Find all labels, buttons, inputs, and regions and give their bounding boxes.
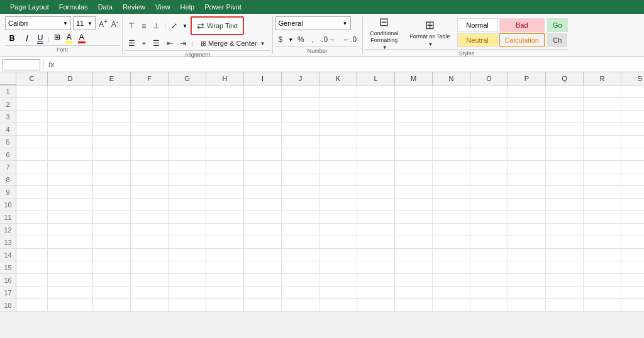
cell-M14[interactable] [395, 249, 433, 261]
cell-G13[interactable] [169, 236, 206, 249]
cell-I2[interactable] [244, 98, 282, 111]
cell-H1[interactable] [206, 85, 244, 98]
cell-Q10[interactable] [546, 199, 584, 211]
col-header-f[interactable]: F [131, 72, 169, 85]
cell-L1[interactable] [357, 85, 395, 98]
align-bottom-button[interactable]: ⊥ [150, 19, 162, 33]
cell-H16[interactable] [206, 274, 244, 286]
cell-O15[interactable] [470, 261, 508, 274]
cell-R2[interactable] [584, 98, 621, 111]
menu-power-pivot[interactable]: Power Pivot [199, 2, 247, 12]
cell-F7[interactable] [131, 161, 169, 173]
cell-J8[interactable] [282, 173, 319, 186]
cell-D11[interactable] [48, 211, 93, 224]
cell-K11[interactable] [319, 211, 357, 224]
cell-H4[interactable] [206, 123, 244, 136]
cell-K4[interactable] [319, 123, 357, 136]
bold-button[interactable]: B [5, 31, 19, 45]
cell-R5[interactable] [584, 136, 621, 148]
cell-D9[interactable] [48, 186, 93, 199]
cell-S3[interactable] [621, 111, 644, 123]
cell-D15[interactable] [48, 261, 93, 274]
cell-R11[interactable] [584, 211, 621, 224]
cell-N12[interactable] [433, 224, 470, 236]
row-number[interactable]: 10 [0, 199, 16, 211]
cell-C14[interactable] [16, 249, 48, 261]
cell-Q14[interactable] [546, 249, 584, 261]
cell-N4[interactable] [433, 123, 470, 136]
cell-P18[interactable] [508, 299, 546, 312]
cell-L18[interactable] [357, 299, 395, 312]
cell-D7[interactable] [48, 161, 93, 173]
cell-K15[interactable] [319, 261, 357, 274]
cell-Q9[interactable] [546, 186, 584, 199]
cell-P8[interactable] [508, 173, 546, 186]
cell-O6[interactable] [470, 148, 508, 161]
cell-D13[interactable] [48, 236, 93, 249]
align-top-button[interactable]: ⊤ [125, 19, 138, 33]
cell-F18[interactable] [131, 299, 169, 312]
cell-E13[interactable] [93, 236, 131, 249]
currency-button[interactable]: $ [275, 33, 286, 46]
row-number[interactable]: 9 [0, 186, 16, 199]
cell-R8[interactable] [584, 173, 621, 186]
cell-S8[interactable] [621, 173, 644, 186]
cell-P13[interactable] [508, 236, 546, 249]
cell-D12[interactable] [48, 224, 93, 236]
cell-S9[interactable] [621, 186, 644, 199]
font-shrink-button[interactable]: A- [110, 18, 119, 29]
cell-I16[interactable] [244, 274, 282, 286]
cell-K13[interactable] [319, 236, 357, 249]
col-header-k[interactable]: K [319, 72, 357, 85]
cell-H6[interactable] [206, 148, 244, 161]
cell-C12[interactable] [16, 224, 48, 236]
cell-G5[interactable] [169, 136, 206, 148]
col-header-j[interactable]: J [282, 72, 319, 85]
merge-center-button[interactable]: ⊞ Merge & Center ▼ [196, 36, 270, 50]
cell-G17[interactable] [169, 286, 206, 299]
cell-S5[interactable] [621, 136, 644, 148]
cell-R9[interactable] [584, 186, 621, 199]
cell-C13[interactable] [16, 236, 48, 249]
cell-P11[interactable] [508, 211, 546, 224]
cell-L15[interactable] [357, 261, 395, 274]
cell-K1[interactable] [319, 85, 357, 98]
menu-help[interactable]: Help [175, 2, 200, 12]
cell-C7[interactable] [16, 161, 48, 173]
format-as-table-button[interactable]: ⊞ Format as Table ▼ [405, 16, 454, 49]
cell-N13[interactable] [433, 236, 470, 249]
cell-S12[interactable] [621, 224, 644, 236]
cell-J15[interactable] [282, 261, 319, 274]
cell-H11[interactable] [206, 211, 244, 224]
cell-E7[interactable] [93, 161, 131, 173]
cell-N8[interactable] [433, 173, 470, 186]
orientation-caret[interactable]: ▼ [182, 23, 187, 29]
cell-P9[interactable] [508, 186, 546, 199]
cell-M6[interactable] [395, 148, 433, 161]
cell-Q15[interactable] [546, 261, 584, 274]
cell-R14[interactable] [584, 249, 621, 261]
cell-F6[interactable] [131, 148, 169, 161]
cell-C17[interactable] [16, 286, 48, 299]
cell-N5[interactable] [433, 136, 470, 148]
style-normal[interactable]: Normal [457, 18, 498, 32]
cell-G8[interactable] [169, 173, 206, 186]
col-header-o[interactable]: O [470, 72, 508, 85]
cell-I3[interactable] [244, 111, 282, 123]
italic-button[interactable]: I [20, 31, 34, 45]
cell-E5[interactable] [93, 136, 131, 148]
cell-D17[interactable] [48, 286, 93, 299]
col-header-h[interactable]: H [206, 72, 244, 85]
formula-input[interactable] [59, 61, 641, 68]
cell-P2[interactable] [508, 98, 546, 111]
cell-H12[interactable] [206, 224, 244, 236]
cell-J3[interactable] [282, 111, 319, 123]
cell-I7[interactable] [244, 161, 282, 173]
cell-N7[interactable] [433, 161, 470, 173]
cell-R18[interactable] [584, 299, 621, 312]
cell-K17[interactable] [319, 286, 357, 299]
cell-G18[interactable] [169, 299, 206, 312]
decrease-indent-button[interactable]: ⇤ [164, 36, 176, 50]
row-number[interactable]: 17 [0, 286, 16, 299]
cell-P17[interactable] [508, 286, 546, 299]
